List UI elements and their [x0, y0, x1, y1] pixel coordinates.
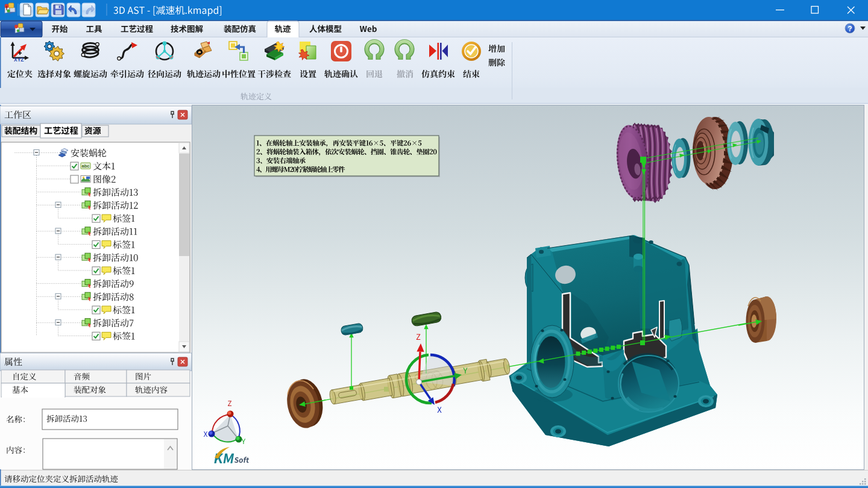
- svg-text:abc: abc: [82, 163, 90, 169]
- svg-text:XYZ: XYZ: [14, 57, 24, 63]
- svg-text:?: ?: [848, 25, 852, 33]
